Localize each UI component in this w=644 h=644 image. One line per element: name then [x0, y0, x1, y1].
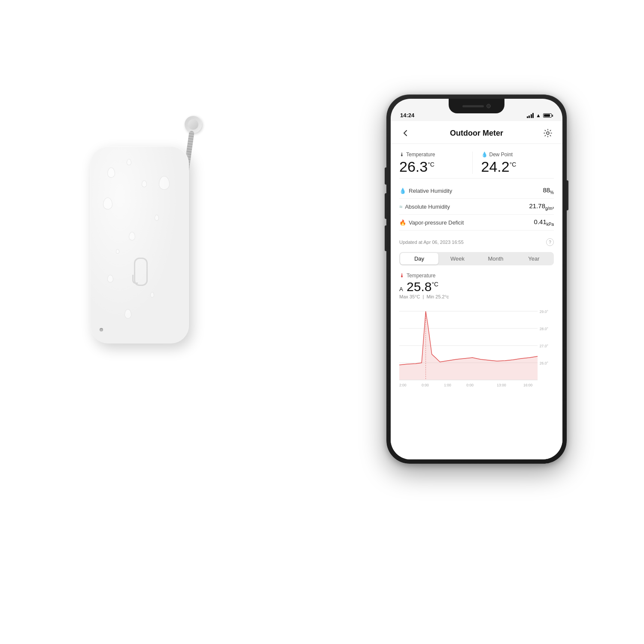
vpd-icon: 🔥 [399, 219, 406, 226]
humidity-label: 💧 Relative Humidity [399, 188, 452, 194]
svg-text:1:00: 1:00 [444, 383, 451, 387]
chart-avg: A 25.8°C [399, 279, 554, 294]
timestamp-text: Updated at Apr 06, 2023 16:55 [399, 240, 464, 245]
main-metrics: 🌡 Temperature 26.3°C 💧 Dew Point [391, 144, 562, 178]
temperature-card: 🌡 Temperature 26.3°C [399, 152, 472, 174]
device-sensor-icon [129, 258, 150, 292]
wifi-icon: ▲ [536, 112, 541, 118]
device [73, 120, 228, 421]
chart-area: 🌡 Temperature A 25.8°C Max 35°C | Min 25… [391, 268, 562, 389]
status-time: 14:24 [400, 112, 414, 118]
svg-text:2:00: 2:00 [399, 383, 407, 387]
speaker [462, 105, 484, 107]
app-content: Outdoor Meter 🌡 Temperature [391, 121, 562, 459]
chart-minmax: Max 35°C | Min 25.2°c [399, 294, 554, 299]
tab-month[interactable]: Month [477, 253, 515, 264]
svg-text:28.0°: 28.0° [540, 327, 548, 331]
secondary-metrics: 💧 Relative Humidity 88% ≈ Absolute Humid… [391, 179, 562, 235]
svg-text:0:00: 0:00 [466, 383, 474, 387]
dewpoint-label: 💧 Dew Point [481, 152, 554, 158]
vpd-value: 0.41kPa [534, 218, 554, 227]
phone-screen: 14:24 ▲ [391, 99, 562, 459]
chart-section-label: 🌡 Temperature [399, 272, 554, 279]
device-mic-hole [100, 328, 103, 331]
temperature-icon: 🌡 [399, 152, 404, 158]
svg-text:13:00: 13:00 [497, 383, 506, 387]
help-icon[interactable]: ? [546, 238, 554, 246]
tab-bar: Day Week Month Year [399, 252, 554, 265]
app-header: Outdoor Meter [391, 121, 562, 144]
abs-humidity-value: 21.78g/m³ [529, 202, 554, 211]
volume-up-button[interactable] [385, 193, 386, 219]
dewpoint-icon: 💧 [481, 152, 488, 158]
phone-outer: 14:24 ▲ [386, 94, 567, 464]
status-icons: ▲ [527, 112, 553, 118]
svg-text:26.0°: 26.0° [540, 361, 548, 365]
humidity-icon: 💧 [399, 188, 406, 194]
abs-humidity-label: ≈ Absolute Humidity [399, 204, 450, 210]
camera [486, 104, 491, 108]
humidity-value: 88% [543, 186, 554, 195]
signal-icon [527, 113, 534, 118]
chart-svg: 29.0° 28.0° 27.0° 26.0° [399, 303, 554, 389]
dewpoint-value: 24.2°C [481, 159, 554, 174]
svg-text:27.0°: 27.0° [540, 344, 548, 348]
svg-text:16:00: 16:00 [523, 383, 532, 387]
vpd-row: 🔥 Vapor-pressure Deficit 0.41kPa [399, 215, 554, 231]
back-button[interactable] [399, 127, 411, 139]
temperature-value: 26.3°C [399, 159, 472, 174]
page-title: Outdoor Meter [450, 129, 503, 138]
power-button[interactable] [567, 180, 568, 210]
strap-ring [185, 116, 202, 133]
dewpoint-card: 💧 Dew Point 24.2°C [472, 152, 554, 174]
tab-week[interactable]: Week [438, 253, 477, 264]
tab-year[interactable]: Year [515, 253, 553, 264]
volume-down-button[interactable] [385, 225, 386, 251]
temperature-label: 🌡 Temperature [399, 152, 472, 158]
battery-icon [543, 113, 553, 118]
svg-text:0:00: 0:00 [422, 383, 429, 387]
device-body [90, 146, 189, 343]
settings-button[interactable] [542, 127, 554, 139]
phone: 14:24 ▲ [386, 94, 567, 464]
abs-humidity-row: ≈ Absolute Humidity 21.78g/m³ [399, 199, 554, 215]
tab-day[interactable]: Day [400, 253, 438, 264]
notch [449, 99, 504, 113]
humidity-row: 💧 Relative Humidity 88% [399, 183, 554, 199]
silent-button[interactable] [385, 167, 386, 185]
chart-temp-icon: 🌡 [399, 272, 405, 279]
vpd-label: 🔥 Vapor-pressure Deficit [399, 219, 464, 226]
abs-humidity-icon: ≈ [399, 204, 402, 210]
timestamp-row: Updated at Apr 06, 2023 16:55 ? [391, 235, 562, 249]
svg-text:29.0°: 29.0° [540, 310, 548, 314]
